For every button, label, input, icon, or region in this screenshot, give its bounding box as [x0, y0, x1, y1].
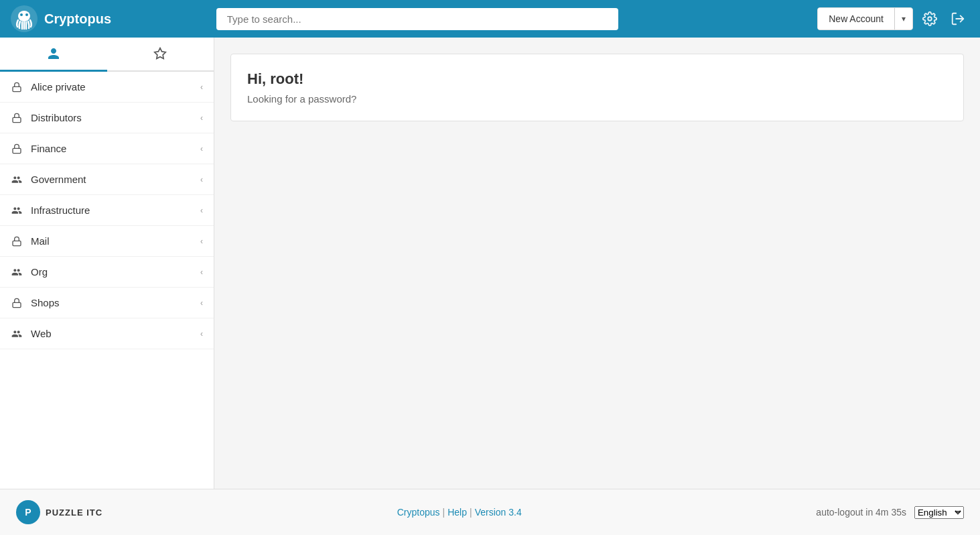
group-icon: [11, 329, 23, 339]
tab-favorites[interactable]: [107, 38, 214, 72]
sidebar: Alice private ‹ Distributors ‹: [0, 38, 214, 489]
logo-initials: P: [25, 507, 31, 518]
sidebar-item-government-label: Government: [31, 174, 192, 185]
language-selector-wrap: English Deutsch Français: [914, 506, 964, 519]
sidebar-item-distributors[interactable]: Distributors ‹: [0, 103, 214, 133]
footer-link-cryptopus[interactable]: Cryptopus: [397, 507, 440, 518]
chevron-left-icon: ‹: [200, 329, 203, 339]
group-icon: [11, 267, 23, 278]
sidebar-item-distributors-label: Distributors: [31, 112, 192, 123]
settings-button[interactable]: [918, 7, 941, 30]
lock-icon: [11, 82, 23, 93]
footer-links: Cryptopus | Help | Version 3.4: [397, 507, 522, 518]
logo-icon: [11, 5, 38, 32]
sidebar-item-infrastructure-label: Infrastructure: [31, 204, 192, 216]
new-account-button[interactable]: New Account: [818, 8, 895, 29]
autologout-text: auto-logout in 4m 35s: [816, 507, 906, 518]
sidebar-tabs: [0, 38, 214, 72]
lock-icon: [11, 143, 23, 154]
svg-rect-9: [13, 148, 21, 153]
footer-link-help[interactable]: Help: [447, 507, 467, 518]
chevron-left-icon: ‹: [200, 175, 203, 184]
app-logo[interactable]: Cryptopus: [11, 5, 111, 32]
sidebar-item-org[interactable]: Org ‹: [0, 257, 214, 288]
sidebar-item-infrastructure[interactable]: Infrastructure ‹: [0, 195, 214, 226]
footer-logo-text: PUZZLE ITC: [46, 508, 102, 518]
language-selector[interactable]: English Deutsch Français: [914, 506, 964, 519]
star-icon: [153, 47, 167, 60]
svg-point-4: [928, 17, 932, 21]
sidebar-item-org-label: Org: [31, 266, 192, 278]
footer-sep-1: |: [443, 507, 445, 518]
welcome-title: Hi, root!: [247, 70, 947, 88]
app-name: Cryptopus: [44, 11, 111, 27]
main-content: Hi, root! Looking for a password?: [214, 38, 980, 489]
sidebar-item-alice-private-label: Alice private: [31, 81, 192, 93]
sidebar-item-shops-label: Shops: [31, 297, 192, 308]
footer-link-version[interactable]: Version 3.4: [475, 507, 522, 518]
chevron-left-icon: ‹: [200, 298, 203, 308]
lock-icon: [11, 298, 23, 308]
sidebar-item-government[interactable]: Government ‹: [0, 164, 214, 195]
chevron-left-icon: ‹: [200, 206, 203, 215]
chevron-left-icon: ‹: [200, 113, 203, 123]
search-input[interactable]: [216, 8, 618, 30]
puzzle-itc-logo-circle: P: [16, 500, 40, 524]
sidebar-item-shops[interactable]: Shops ‹: [0, 288, 214, 318]
main-layout: Alice private ‹ Distributors ‹: [0, 38, 980, 489]
svg-point-1: [18, 11, 30, 21]
sidebar-item-alice-private[interactable]: Alice private ‹: [0, 72, 214, 103]
group-icon: [11, 174, 23, 185]
svg-rect-7: [13, 86, 21, 91]
welcome-card: Hi, root! Looking for a password?: [230, 54, 964, 121]
welcome-subtitle: Looking for a password?: [247, 93, 947, 105]
svg-marker-6: [155, 48, 166, 59]
svg-rect-10: [13, 241, 21, 245]
sidebar-item-finance[interactable]: Finance ‹: [0, 133, 214, 164]
header-actions: New Account ▾: [817, 7, 969, 30]
lock-icon: [11, 236, 23, 247]
search-container: [216, 8, 618, 30]
svg-rect-11: [13, 302, 21, 307]
footer-right: auto-logout in 4m 35s English Deutsch Fr…: [816, 506, 964, 519]
new-account-button-group: New Account ▾: [817, 7, 913, 30]
footer: P PUZZLE ITC Cryptopus | Help | Version …: [0, 489, 980, 535]
logout-button[interactable]: [947, 7, 969, 30]
logout-icon: [951, 11, 965, 26]
footer-logo: P PUZZLE ITC: [16, 500, 102, 524]
chevron-left-icon: ‹: [200, 82, 203, 92]
group-icon: [11, 205, 23, 216]
sidebar-item-finance-label: Finance: [31, 143, 192, 154]
tab-persons[interactable]: [0, 38, 107, 72]
sidebar-item-mail-label: Mail: [31, 235, 192, 247]
svg-point-2: [20, 13, 23, 16]
svg-rect-8: [13, 117, 21, 122]
sidebar-item-web-label: Web: [31, 328, 192, 339]
lock-icon: [11, 113, 23, 123]
new-account-dropdown-button[interactable]: ▾: [895, 9, 912, 29]
svg-point-3: [25, 13, 28, 16]
sidebar-item-list: Alice private ‹ Distributors ‹: [0, 72, 214, 489]
footer-sep-2: |: [470, 507, 472, 518]
chevron-left-icon: ‹: [200, 144, 203, 154]
chevron-left-icon: ‹: [200, 268, 203, 277]
chevron-left-icon: ‹: [200, 237, 203, 246]
gear-icon: [922, 11, 937, 26]
sidebar-item-web[interactable]: Web ‹: [0, 318, 214, 349]
person-icon: [47, 47, 60, 60]
header: Cryptopus New Account ▾: [0, 0, 980, 38]
sidebar-item-mail[interactable]: Mail ‹: [0, 226, 214, 257]
